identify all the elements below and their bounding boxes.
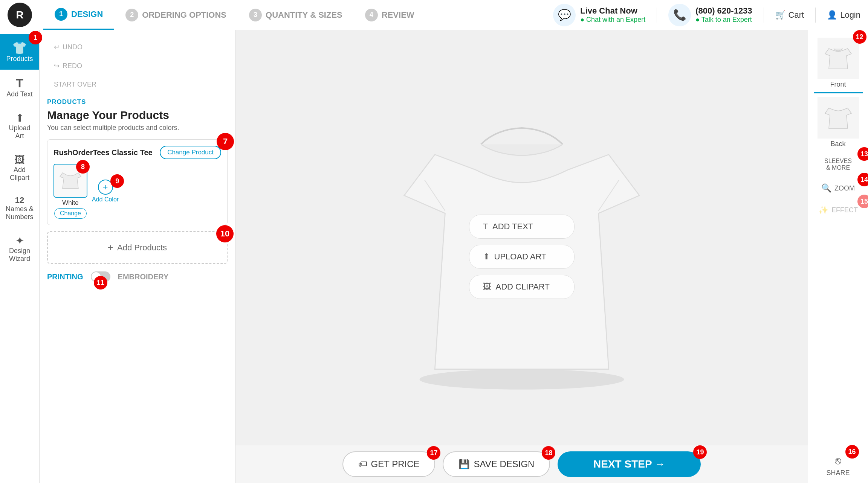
- get-price-button[interactable]: 17 🏷 GET PRICE: [342, 451, 436, 477]
- badge-13: 13: [857, 147, 868, 161]
- top-nav: R 1 DESIGN 2 ORDERING OPTIONS 3 QUANTITY…: [0, 0, 868, 30]
- upload-art-icon: ⬆: [15, 112, 24, 124]
- front-tshirt-thumb: [823, 43, 853, 73]
- sidebar-item-products[interactable]: 1 👕 Products: [0, 34, 39, 70]
- logo[interactable]: R: [8, 3, 32, 27]
- effect-label: EFFECT: [831, 206, 858, 214]
- printing-label: PRINTING: [47, 273, 83, 281]
- undo-label: UNDO: [63, 43, 83, 51]
- save-design-button[interactable]: 18 💾 SAVE DESIGN: [443, 451, 550, 477]
- change-product-button[interactable]: Change Product: [160, 146, 221, 159]
- badge-12: 12: [853, 30, 866, 44]
- names-numbers-icon: 12: [15, 195, 24, 205]
- back-thumb-image: [818, 97, 859, 139]
- main-layout: 1 👕 Products T Add Text ⬆ Upload Art 🖼 A…: [0, 30, 868, 483]
- badge-8: 8: [76, 160, 90, 174]
- start-over-button[interactable]: START OVER: [47, 77, 228, 92]
- share-icon: ⎋: [835, 455, 841, 467]
- add-clipart-label: Add Clipart: [4, 166, 35, 182]
- back-view-label: Back: [830, 140, 845, 148]
- tshirt-canvas: T ADD TEXT ⬆ UPLOAD ART 🖼 ADD CLIPART: [394, 114, 650, 400]
- products-label: Products: [6, 55, 33, 63]
- phone-icon: 📞: [668, 4, 691, 26]
- add-products-label: Add Products: [117, 243, 167, 253]
- badge-14: 14: [857, 173, 868, 186]
- sidebar-item-upload-art[interactable]: ⬆ Upload Art: [0, 105, 39, 147]
- price-tag-icon: 🏷: [358, 459, 367, 469]
- sleeves-label: SLEEVES& MORE: [824, 158, 852, 171]
- sleeves-more-button[interactable]: 13 SLEEVES& MORE: [808, 152, 868, 177]
- badge-9: 9: [110, 174, 124, 188]
- step-num-1: 1: [55, 8, 67, 21]
- live-chat-button[interactable]: 💬 Live Chat Now Chat with an Expert: [553, 4, 645, 26]
- nav-divider-1: [657, 8, 657, 23]
- canvas-tools: ↩ UNDO ↪ REDO START OVER: [47, 39, 228, 92]
- undo-icon: ↩: [54, 43, 60, 51]
- change-color-button[interactable]: Change: [54, 208, 87, 219]
- upload-art-canvas-label: UPLOAD ART: [494, 252, 547, 262]
- design-wizard-icon: ✦: [15, 235, 24, 247]
- swatch-label: White: [62, 199, 78, 207]
- badge-7: 7: [217, 133, 234, 150]
- step-quantity[interactable]: 3 QUANTITY & SIZES: [238, 0, 354, 30]
- badge-11: 11: [94, 276, 107, 289]
- redo-icon: ↪: [54, 62, 60, 70]
- phone-number: (800) 620-1233: [695, 6, 752, 16]
- sidebar-item-names-numbers[interactable]: 12 Names & Numbers: [0, 189, 39, 228]
- step-ordering[interactable]: 2 ORDERING OPTIONS: [114, 0, 238, 30]
- sidebar-item-add-text[interactable]: T Add Text: [0, 70, 39, 105]
- step-num-2: 2: [125, 9, 138, 21]
- add-products-button[interactable]: + Add Products: [47, 231, 228, 264]
- color-swatch-area: 8 White Change 9 + Add Color: [53, 164, 221, 219]
- badge-18: 18: [542, 446, 555, 460]
- badge-15: 15: [857, 195, 868, 208]
- redo-button[interactable]: ↪ REDO: [47, 58, 228, 74]
- products-panel: ↩ UNDO ↪ REDO START OVER PRODUCTS Manage…: [40, 30, 235, 483]
- sidebar-item-design-wizard[interactable]: ✦ Design Wizard: [0, 228, 39, 270]
- add-clipart-canvas-button[interactable]: 🖼 ADD CLIPART: [469, 275, 575, 299]
- step-label-2: ORDERING OPTIONS: [142, 10, 226, 20]
- product-card-header: RushOrderTees Classic Tee Change Product: [53, 146, 221, 159]
- toggle-switch[interactable]: 11: [91, 271, 110, 282]
- add-clipart-icon: 🖼: [14, 154, 25, 166]
- add-color-button[interactable]: 9 + Add Color: [92, 180, 119, 203]
- share-button[interactable]: 16 ⎋ SHARE: [820, 449, 856, 483]
- svg-point-0: [419, 369, 624, 389]
- add-products-wrap: 10 + Add Products: [47, 231, 228, 264]
- zoom-button[interactable]: 14 🔍 ZOOM: [808, 177, 868, 199]
- share-label: SHARE: [826, 469, 850, 477]
- right-sidebar: 12 Front Back 13 SLEEVES& MORE: [808, 30, 868, 483]
- add-text-canvas-button[interactable]: T ADD TEXT: [469, 215, 575, 239]
- step-design[interactable]: 1 DESIGN: [43, 0, 114, 30]
- effect-button[interactable]: 15 ✨ EFFECT: [808, 199, 868, 221]
- cart-button[interactable]: 🛒 Cart: [775, 10, 804, 20]
- login-label: Login: [840, 10, 860, 20]
- add-clipart-canvas-label: ADD CLIPART: [496, 282, 550, 292]
- add-text-canvas-label: ADD TEXT: [492, 222, 533, 232]
- step-review[interactable]: 4 REVIEW: [354, 0, 426, 30]
- view-thumb-front[interactable]: 12 Front: [814, 34, 863, 93]
- start-over-label: START OVER: [54, 81, 96, 88]
- products-icon: 👕: [12, 41, 27, 55]
- view-thumb-back[interactable]: Back: [814, 93, 863, 152]
- nav-divider-3: [815, 8, 816, 23]
- sidebar-item-add-clipart[interactable]: 🖼 Add Clipart: [0, 147, 39, 189]
- live-chat-sub: Chat with an Expert: [580, 16, 645, 24]
- left-sidebar: 1 👕 Products T Add Text ⬆ Upload Art 🖼 A…: [0, 30, 40, 483]
- step-label-3: QUANTITY & SIZES: [266, 10, 342, 20]
- effect-icon: ✨: [818, 205, 828, 215]
- front-view-label: Front: [830, 81, 846, 88]
- chat-icon: 💬: [553, 4, 576, 26]
- undo-button[interactable]: ↩ UNDO: [47, 39, 228, 55]
- phone-sub: Talk to an Expert: [695, 16, 752, 24]
- login-button[interactable]: 👤 Login: [827, 10, 860, 20]
- clipart-icon: 🖼: [483, 282, 491, 292]
- redo-label: REDO: [63, 62, 82, 70]
- next-step-button[interactable]: 19 NEXT STEP →: [558, 451, 701, 477]
- step-num-4: 4: [365, 9, 378, 21]
- phone-button[interactable]: 📞 (800) 620-1233 Talk to an Expert: [668, 4, 752, 26]
- names-numbers-label: Names & Numbers: [4, 205, 35, 221]
- upload-art-canvas-button[interactable]: ⬆ UPLOAD ART: [469, 245, 575, 269]
- panel-subtitle: You can select multiple products and col…: [47, 124, 228, 132]
- badge-16: 16: [845, 445, 859, 459]
